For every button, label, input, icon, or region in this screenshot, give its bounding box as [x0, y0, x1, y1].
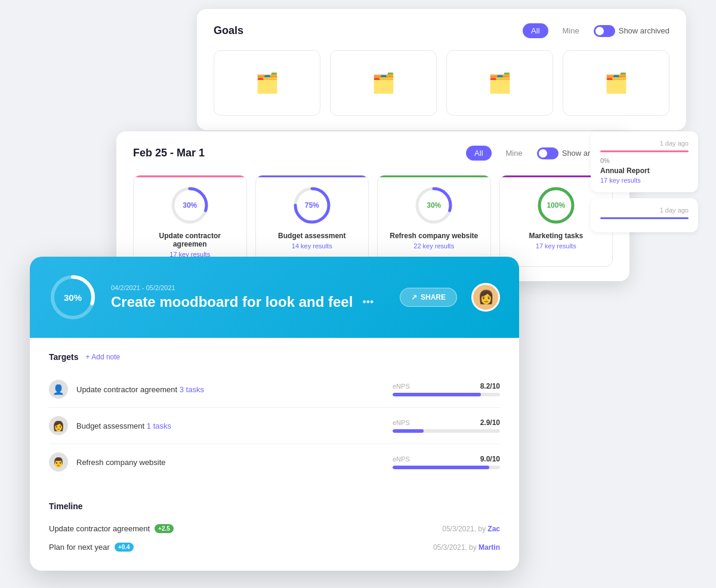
filter-mine-btn[interactable]: Mine [554, 23, 588, 38]
enps-bar-track-3 [393, 466, 500, 469]
add-note-button[interactable]: + Add note [86, 353, 121, 361]
sidebar-item-annual-report[interactable]: 1 day ago 0% Annual Report 17 key result… [591, 131, 698, 192]
folder-card-4[interactable]: 🗂️ [563, 50, 669, 116]
goals-title: Goals [214, 24, 243, 37]
timeline-item-2: Plan for next year +0.4 [49, 543, 134, 552]
folder-icon-4: 🗂️ [604, 72, 628, 94]
timeline-item-1: Update contractor agreement +2.5 [49, 524, 174, 533]
timeline-author-1: Zac [487, 525, 500, 533]
detail-dots: ••• [362, 296, 374, 309]
folder-icon-1: 🗂️ [255, 72, 279, 94]
goal-card-1[interactable]: 30% Update contractor agreemen 17 key re… [133, 175, 247, 267]
progress-circle-2: 75% [293, 186, 331, 224]
progress-circle-1: 30% [171, 186, 209, 224]
enps-value-1: 8.2/10 [480, 382, 500, 390]
timeline-meta-2: 05/3/2021, by Martin [433, 543, 500, 552]
sidebar-time-2: 1 day ago [600, 207, 689, 214]
progress-circle-4: 100% [537, 186, 575, 224]
target-avatar-1: 👤 [49, 380, 68, 399]
filter-all-btn[interactable]: All [523, 23, 548, 38]
enps-value-2: 2.9/10 [480, 418, 500, 427]
sprint-toggle-track[interactable] [537, 147, 558, 159]
big-percent: 30% [64, 293, 82, 303]
avatar: 👩 [471, 283, 500, 312]
sprint-filter-mine-btn[interactable]: Mine [498, 146, 531, 161]
toggle-thumb [595, 27, 604, 35]
target-tasks-link-2[interactable]: 1 tasks [147, 421, 171, 430]
timeline-badge-2: +0.4 [115, 543, 134, 552]
timeline-row-1: Update contractor agreement +2.5 05/3/20… [49, 519, 500, 538]
targets-header: Targets + Add note [49, 352, 500, 362]
sprint-filter-all-btn[interactable]: All [466, 146, 491, 161]
detail-body: Targets + Add note 👤 Update contractor a… [30, 338, 519, 571]
enps-label-2: eNPS [393, 419, 410, 426]
goal-card-meta-3: 22 key results [413, 242, 454, 250]
show-archived-toggle[interactable]: Show archived [594, 25, 669, 37]
target-metric-2: eNPS 2.9/10 [393, 418, 500, 433]
show-archived-label: Show archived [619, 26, 669, 35]
detail-header: 30% 04/2/2021 - 05/2/2021 Create moodboa… [30, 257, 519, 338]
enps-bar-fill-3 [393, 466, 489, 469]
percent-text-4: 100% [547, 201, 565, 210]
sprint-header: Feb 25 - Mar 1 All Mine Show archived [133, 146, 613, 161]
timeline-badge-1: +2.5 [155, 524, 174, 533]
share-icon: ↗ [411, 293, 417, 301]
goals-header: Goals All Mine Show archived [214, 23, 669, 38]
goal-card-meta-2: 14 key results [292, 242, 332, 250]
goal-card-3[interactable]: 30% Refresh company website 22 key resul… [377, 175, 491, 267]
enps-bar-fill-1 [393, 393, 481, 396]
target-name-1: Update contractor agreement 3 tasks [76, 385, 384, 394]
progress-circle-3: 30% [415, 186, 453, 224]
enps-value-3: 9.0/10 [480, 455, 500, 463]
target-row-2: 👩 Budget assessment 1 tasks eNPS 2.9/10 [49, 408, 500, 444]
detail-date-range: 04/2/2021 - 05/2/2021 [111, 284, 385, 291]
folder-card-3[interactable]: 🗂️ [446, 50, 553, 116]
detail-card: 30% 04/2/2021 - 05/2/2021 Create moodboa… [30, 257, 519, 571]
folder-icon-2: 🗂️ [372, 72, 396, 94]
target-row-3: 👨 Refresh company website eNPS 9.0/10 [49, 444, 500, 480]
folder-card-2[interactable]: 🗂️ [330, 50, 437, 116]
goal-card-meta-4: 17 key results [536, 242, 576, 250]
target-tasks-link-1[interactable]: 3 tasks [180, 385, 204, 394]
sidebar-bar-1 [600, 150, 689, 152]
goal-card-name-1: Update contractor agreemen [142, 232, 238, 248]
target-metric-3: eNPS 9.0/10 [393, 455, 500, 469]
share-button[interactable]: ↗ SHARE [400, 288, 457, 307]
enps-label-1: eNPS [393, 383, 410, 390]
timeline-section: Timeline Update contractor agreement +2.… [49, 492, 500, 556]
percent-text-3: 30% [427, 201, 441, 210]
sidebar-goal-name-1: Annual Report [600, 167, 689, 175]
enps-bar-track-1 [393, 393, 500, 396]
right-sidebar: 1 day ago 0% Annual Report 17 key result… [591, 131, 698, 238]
goal-card-name-3: Refresh company website [390, 232, 478, 240]
goals-filter-group: All Mine Show archived [523, 23, 669, 38]
target-row-1: 👤 Update contractor agreement 3 tasks eN… [49, 371, 500, 408]
timeline-meta-1: 05/3/2021, by Zac [442, 525, 500, 533]
target-metric-1: eNPS 8.2/10 [393, 382, 500, 396]
sidebar-bar-2 [600, 217, 689, 219]
detail-title: Create moodboard for look and feel [111, 294, 353, 310]
big-progress-circle: 30% [49, 273, 97, 321]
sprint-date: Feb 25 - Mar 1 [133, 147, 205, 159]
goal-card-2[interactable]: 75% Budget assessment 14 key results [255, 175, 369, 267]
folder-grid: 🗂️ 🗂️ 🗂️ 🗂️ [214, 50, 669, 116]
goal-card-name-4: Marketing tasks [529, 232, 583, 240]
toggle-track[interactable] [594, 25, 615, 37]
folder-card-1[interactable]: 🗂️ [214, 50, 320, 116]
timeline-label: Timeline [49, 501, 500, 511]
sidebar-percent-1: 0% [600, 157, 689, 164]
folder-icon-3: 🗂️ [488, 72, 512, 94]
enps-bar-track-2 [393, 429, 500, 433]
timeline-row-2: Plan for next year +0.4 05/3/2021, by Ma… [49, 538, 500, 556]
target-name-3: Refresh company website [76, 458, 384, 467]
sidebar-key-results-1: 17 key results [600, 177, 689, 184]
target-avatar-3: 👨 [49, 452, 68, 472]
goals-panel: Goals All Mine Show archived 🗂️ 🗂️ 🗂️ 🗂️ [197, 9, 686, 130]
enps-label-3: eNPS [393, 455, 410, 463]
targets-section: Targets + Add note 👤 Update contractor a… [49, 352, 500, 480]
target-name-2: Budget assessment 1 tasks [76, 421, 384, 430]
goal-card-name-2: Budget assessment [278, 232, 345, 240]
percent-text-2: 75% [305, 201, 319, 210]
sprint-toggle-thumb [539, 149, 547, 158]
sidebar-item-2[interactable]: 1 day ago [591, 198, 698, 232]
